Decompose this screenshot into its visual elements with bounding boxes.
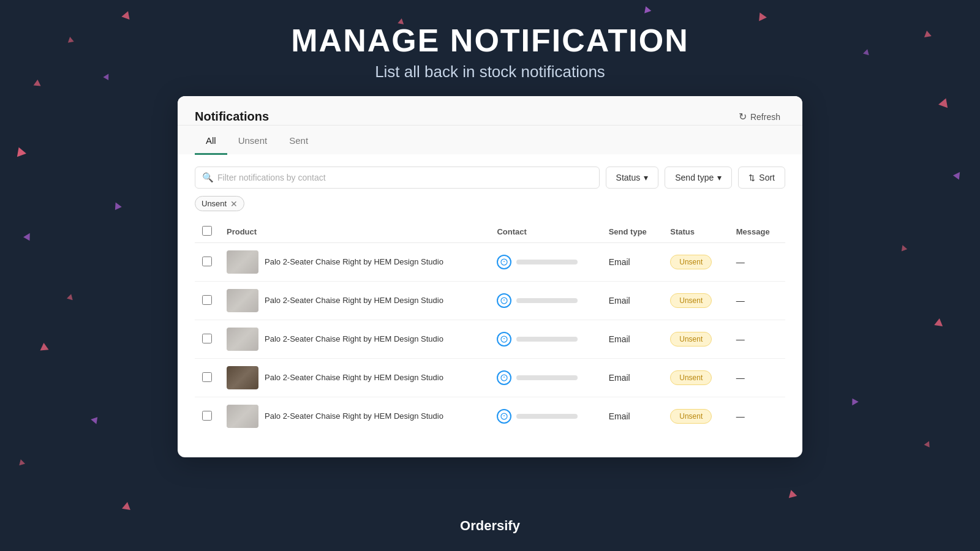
send-type-cell: Email	[601, 359, 663, 397]
select-all-checkbox[interactable]	[202, 226, 212, 236]
contact-cell	[489, 397, 601, 436]
unsent-tag-label: Unsent	[202, 199, 227, 208]
table-row: Palo 2-Seater Chaise Right by HEM Design…	[195, 320, 785, 359]
th-send-type: Send type	[601, 221, 663, 243]
status-cell: Unsent	[663, 320, 729, 359]
page-subtitle: List all back in stock notifications	[0, 62, 980, 81]
page-header: MANAGE NOTIFICATION List all back in sto…	[0, 0, 980, 81]
th-message: Message	[729, 221, 785, 243]
tab-all[interactable]: All	[195, 126, 227, 155]
contact-info-bar	[516, 375, 578, 380]
row-checkbox-cell	[195, 320, 219, 359]
row-checkbox[interactable]	[202, 295, 212, 305]
page-title: MANAGE NOTIFICATION	[0, 22, 980, 59]
status-filter-button[interactable]: Status ▾	[606, 167, 659, 189]
tabs-bar: All Unsent Sent	[178, 126, 802, 154]
sort-button[interactable]: ⇅ Sort	[738, 167, 785, 189]
product-cell: Palo 2-Seater Chaise Right by HEM Design…	[219, 397, 489, 436]
product-cell: Palo 2-Seater Chaise Right by HEM Design…	[219, 282, 489, 320]
row-checkbox-cell	[195, 397, 219, 436]
table-row: Palo 2-Seater Chaise Right by HEM Design…	[195, 282, 785, 320]
row-checkbox[interactable]	[202, 334, 212, 343]
status-badge: Unsent	[670, 409, 712, 424]
table-row: Palo 2-Seater Chaise Right by HEM Design…	[195, 359, 785, 397]
th-status: Status	[663, 221, 729, 243]
status-filter-label: Status	[616, 173, 641, 182]
filter-bar: 🔍 Status ▾ Send type ▾ ⇅ Sort	[195, 167, 785, 189]
send-type-filter-label: Send type	[675, 173, 714, 182]
send-type-cell: Email	[601, 320, 663, 359]
product-cell: Palo 2-Seater Chaise Right by HEM Design…	[219, 243, 489, 282]
status-cell: Unsent	[663, 397, 729, 436]
panel-wrapper: Notifications ↻ Refresh All Unsent Sent …	[0, 96, 980, 457]
status-badge: Unsent	[670, 370, 712, 385]
refresh-label: Refresh	[750, 112, 780, 122]
contact-avatar	[497, 409, 511, 424]
row-checkbox[interactable]	[202, 257, 212, 266]
table-header: Product Contact Send type Status Message	[195, 221, 785, 243]
contact-avatar	[497, 370, 511, 385]
sort-icon: ⇅	[748, 173, 755, 182]
contact-cell	[489, 359, 601, 397]
row-checkbox[interactable]	[202, 411, 212, 421]
product-name: Palo 2-Seater Chaise Right by HEM Design…	[265, 372, 443, 383]
search-wrapper: 🔍	[195, 167, 600, 189]
contact-info-bar	[516, 414, 578, 419]
contact-avatar	[497, 255, 511, 269]
send-type-cell: Email	[601, 397, 663, 436]
row-checkbox-cell	[195, 359, 219, 397]
product-thumbnail	[227, 289, 258, 312]
panel-title: Notifications	[195, 110, 269, 124]
status-badge: Unsent	[670, 293, 712, 308]
message-cell: —	[729, 397, 785, 436]
product-name: Palo 2-Seater Chaise Right by HEM Design…	[265, 411, 443, 422]
active-filters: Unsent ✕	[195, 196, 785, 211]
th-contact: Contact	[489, 221, 601, 243]
contact-avatar	[497, 332, 511, 347]
contact-cell	[489, 320, 601, 359]
panel-header: Notifications ↻ Refresh	[178, 96, 802, 126]
content-area: 🔍 Status ▾ Send type ▾ ⇅ Sort	[178, 154, 802, 448]
tab-sent[interactable]: Sent	[278, 126, 319, 155]
product-thumbnail	[227, 366, 258, 389]
status-badge: Unsent	[670, 332, 712, 347]
send-type-filter-button[interactable]: Send type ▾	[665, 167, 732, 189]
row-checkbox-cell	[195, 282, 219, 320]
product-cell: Palo 2-Seater Chaise Right by HEM Design…	[219, 359, 489, 397]
status-cell: Unsent	[663, 243, 729, 282]
search-icon: 🔍	[202, 172, 214, 183]
status-cell: Unsent	[663, 282, 729, 320]
contact-info-bar	[516, 337, 578, 342]
product-name: Palo 2-Seater Chaise Right by HEM Design…	[265, 257, 443, 268]
contact-info-bar	[516, 298, 578, 303]
status-badge: Unsent	[670, 255, 712, 269]
search-input[interactable]	[195, 167, 600, 189]
send-type-cell: Email	[601, 282, 663, 320]
refresh-button[interactable]: ↻ Refresh	[734, 108, 785, 125]
table-row: Palo 2-Seater Chaise Right by HEM Design…	[195, 243, 785, 282]
status-cell: Unsent	[663, 359, 729, 397]
row-checkbox[interactable]	[202, 372, 212, 382]
unsent-filter-tag: Unsent ✕	[195, 196, 244, 211]
product-thumbnail	[227, 250, 258, 274]
message-cell: —	[729, 243, 785, 282]
product-name: Palo 2-Seater Chaise Right by HEM Design…	[265, 295, 443, 306]
message-cell: —	[729, 359, 785, 397]
refresh-icon: ↻	[739, 111, 747, 122]
notifications-table: Product Contact Send type Status Message	[195, 221, 785, 435]
send-type-cell: Email	[601, 243, 663, 282]
message-cell: —	[729, 320, 785, 359]
footer-brand: Ordersify	[0, 518, 980, 534]
product-cell: Palo 2-Seater Chaise Right by HEM Design…	[219, 320, 489, 359]
table-row: Palo 2-Seater Chaise Right by HEM Design…	[195, 397, 785, 436]
tab-unsent[interactable]: Unsent	[227, 126, 279, 155]
table-body: Palo 2-Seater Chaise Right by HEM Design…	[195, 243, 785, 436]
unsent-tag-close[interactable]: ✕	[230, 200, 238, 208]
product-name: Palo 2-Seater Chaise Right by HEM Design…	[265, 334, 443, 345]
message-cell: —	[729, 282, 785, 320]
contact-cell	[489, 243, 601, 282]
contact-info-bar	[516, 260, 578, 264]
sort-label: Sort	[759, 173, 775, 182]
send-type-filter-chevron: ▾	[717, 173, 722, 182]
product-thumbnail	[227, 405, 258, 428]
